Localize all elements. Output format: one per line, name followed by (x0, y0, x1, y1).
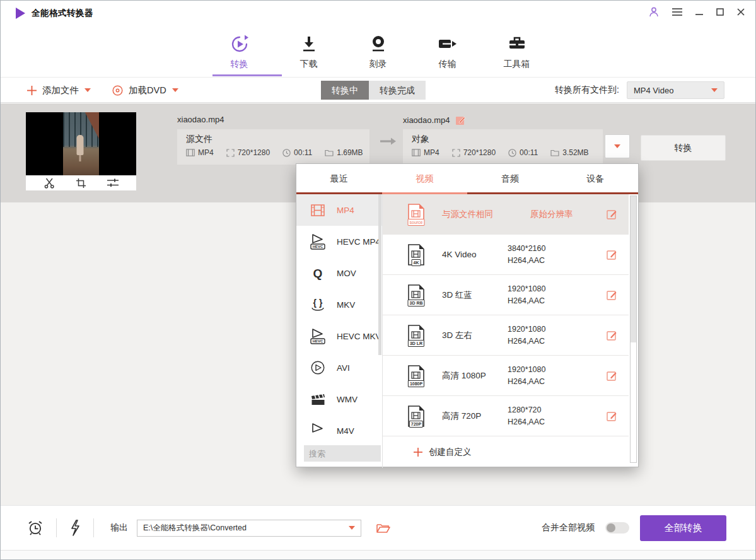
tab-toolbox[interactable]: 工具箱 (490, 33, 544, 76)
chevron-down-icon (614, 144, 620, 148)
popup-tab-recent[interactable]: 最近 (296, 164, 382, 194)
effects-sliders-icon[interactable] (107, 178, 119, 188)
bottom-bar: 输出 E:\全能格式转换器\Converted 合并全部视频 全部转换 (1, 505, 755, 550)
format-list-scrollbar[interactable] (378, 194, 381, 437)
avi-play-circle-icon (311, 361, 325, 375)
schedule-alarm-icon[interactable] (27, 520, 44, 536)
format-item-m4v[interactable]: M4V (296, 415, 382, 437)
add-file-button[interactable]: 添加文件 (27, 85, 91, 96)
video-frame (63, 112, 99, 175)
preset-list: source 与源文件相同 原始分辨率 4K 4K Video 3840*216… (383, 194, 629, 468)
edit-preset-icon[interactable] (607, 209, 617, 219)
open-folder-icon[interactable] (376, 523, 390, 534)
global-format-select[interactable]: MP4 Video (627, 81, 724, 99)
preset-badge: 3D LR (408, 340, 424, 347)
edit-preset-icon[interactable] (607, 249, 617, 260)
source-duration: 00:11 (282, 148, 312, 157)
edit-preset-icon[interactable] (607, 411, 617, 421)
scrollbar-thumb[interactable] (378, 194, 381, 355)
convert-all-to-label: 转换所有文件到: (555, 85, 619, 96)
bottom-left-controls: 输出 E:\全能格式转换器\Converted (27, 506, 390, 550)
toolbar-right: 转换所有文件到: MP4 Video (555, 78, 724, 103)
format-label: WMV (337, 395, 358, 404)
3d-rb-file-icon: 3D RB (407, 284, 426, 306)
popup-tab-device[interactable]: 设备 (553, 164, 639, 194)
preset-list-scrollbar[interactable] (630, 195, 637, 463)
tab-transfer[interactable]: 传输 (421, 33, 475, 76)
tab-transfer-label: 传输 (421, 59, 475, 70)
close-icon[interactable] (736, 8, 745, 16)
source-resolution: 720*1280 (226, 148, 270, 157)
tab-burn[interactable]: 刻录 (351, 33, 405, 76)
tab-convert[interactable]: 转换 (212, 33, 267, 76)
scrollbar-thumb[interactable] (631, 196, 636, 342)
preset-detail: 原始分辨率 (530, 208, 573, 220)
transfer-icon (437, 34, 458, 54)
output-path-value: E:\全能格式转换器\Converted (143, 523, 247, 534)
output-path-combobox[interactable]: E:\全能格式转换器\Converted (137, 520, 361, 537)
rename-edit-icon[interactable] (455, 115, 466, 125)
chevron-down-icon[interactable] (84, 88, 91, 92)
chevron-down-icon[interactable] (172, 88, 178, 92)
edit-preset-icon[interactable] (607, 289, 617, 300)
status-tabs: 转换中 转换完成 (321, 81, 426, 100)
preset-4k-video[interactable]: 4K 4K Video 3840*2160H264,AAC (383, 235, 629, 275)
global-format-value: MP4 Video (634, 86, 673, 95)
preset-same-as-source[interactable]: source 与源文件相同 原始分辨率 (383, 194, 629, 235)
format-picker-popup: 最近 视频 音频 设备 MP4 HEVC HEVC MP4 Q MOV (296, 163, 639, 467)
preset-detail: 1920*1080H264,AAC (508, 324, 545, 347)
popup-tab-video[interactable]: 视频 (382, 164, 468, 194)
load-dvd-button[interactable]: 加载DVD (112, 85, 178, 96)
format-item-avi[interactable]: AVI (296, 352, 382, 383)
format-item-mkv[interactable]: { } MKV (296, 289, 382, 320)
tab-completed[interactable]: 转换完成 (369, 81, 426, 100)
preset-detail: 1920*1080H264,AAC (508, 364, 545, 388)
merge-videos-toggle[interactable] (605, 522, 629, 534)
download-icon (299, 34, 318, 54)
edit-preset-icon[interactable] (607, 330, 617, 341)
preset-hd-1080p[interactable]: 1080P 高清 1080P 1920*1080H264,AAC (383, 356, 629, 396)
format-search-input[interactable] (304, 445, 381, 462)
source-file-icon: source (407, 204, 426, 225)
source-panel-title: 源文件 (186, 134, 361, 145)
svg-text:{ }: { } (313, 298, 323, 308)
minimize-icon[interactable] (695, 8, 704, 16)
app-title: 全能格式转换器 (32, 8, 93, 19)
edit-preset-icon[interactable] (607, 370, 617, 381)
maximize-icon[interactable] (716, 8, 724, 16)
preset-badge: 720P (409, 421, 423, 428)
format-item-mov[interactable]: Q MOV (296, 257, 382, 289)
crop-icon[interactable] (76, 178, 86, 189)
create-custom-label: 创建自定义 (429, 446, 472, 458)
popup-tab-audio[interactable]: 音频 (467, 164, 553, 194)
video-thumbnail[interactable] (26, 112, 136, 175)
tab-converting[interactable]: 转换中 (321, 81, 369, 100)
preset-badge: 1080P (408, 380, 424, 387)
user-account-icon[interactable] (648, 6, 660, 18)
target-format-dropdown-button[interactable] (605, 134, 630, 158)
format-label: MOV (337, 269, 356, 278)
load-dvd-label: 加载DVD (129, 85, 166, 96)
preset-3d-leftright[interactable]: 3D LR 3D 左右 1920*1080H264,AAC (383, 315, 629, 356)
format-item-hevc-mp4[interactable]: HEVC HEVC MP4 (296, 226, 382, 257)
create-custom-button[interactable]: 创建自定义 (414, 446, 472, 458)
preset-name: 3D 红蓝 (442, 289, 508, 301)
preset-hd-720p[interactable]: 720P 高清 720P 1280*720H264,AAC (383, 396, 629, 436)
preset-3d-redblue[interactable]: 3D RB 3D 红蓝 1920*1080H264,AAC (383, 275, 629, 315)
menu-icon[interactable] (672, 7, 683, 17)
active-tab-underline (212, 74, 282, 76)
high-speed-icon[interactable] (69, 520, 81, 536)
convert-icon (230, 34, 250, 54)
folder-icon (325, 149, 334, 156)
format-item-wmv[interactable]: WMV (296, 383, 382, 415)
format-item-mp4[interactable]: MP4 (296, 194, 382, 226)
convert-button[interactable]: 转换 (641, 135, 726, 161)
clip-tools (26, 175, 136, 190)
tab-download[interactable]: 下载 (282, 33, 336, 76)
hevc-play-icon: HEVC (310, 233, 326, 250)
3d-lr-file-icon: 3D LR (407, 325, 426, 346)
convert-all-button[interactable]: 全部转换 (640, 515, 726, 541)
trim-scissors-icon[interactable] (44, 177, 55, 189)
video-thumbnail-card (26, 112, 136, 190)
format-item-hevc-mkv[interactable]: HEVC HEVC MKV (296, 320, 382, 352)
